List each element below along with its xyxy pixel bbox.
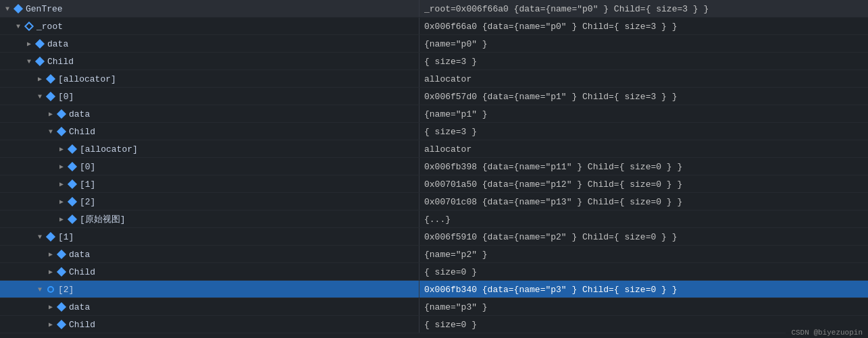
node-label: Child [69,320,95,330]
expand-btn[interactable] [35,74,45,84]
tree-container: GenTree_root=0x006f66a0 {data={name="p0"… [0,0,868,338]
name-col: [0] [0,162,419,172]
value-col: 0x00701a50 {data={name="p12" } Child={ s… [419,179,868,190]
expand-btn[interactable] [57,179,66,189]
node-icon [57,109,66,119]
column-divider [419,88,419,105]
expand-btn[interactable] [35,285,45,294]
column-divider [419,193,419,210]
node-label: [1] [80,179,95,190]
column-divider [419,263,419,281]
name-col: Child [0,57,419,67]
column-divider [419,316,419,333]
tree-row[interactable]: data{name="p3" } [0,298,868,316]
expand-btn[interactable] [46,250,55,259]
value-col: {...} [419,215,868,225]
tree-row[interactable]: [2]0x006fb340 {data={name="p3" } Child={… [0,281,868,298]
node-icon [46,232,55,242]
name-col: GenTree [0,4,419,14]
tree-row[interactable]: _root0x006f66a0 {data={name="p0" } Child… [0,18,868,35]
node-label: [0] [58,92,74,102]
node-icon [46,92,55,101]
tree-row[interactable]: [allocator]allocator [0,140,868,158]
node-label: data [69,302,90,312]
expand-btn[interactable] [46,127,55,136]
value-col: allocator [419,144,868,154]
name-col: [2] [0,197,419,207]
value-col: 0x006fb398 {data={name="p11" } Child={ s… [419,162,868,172]
column-divider [419,123,419,140]
value-col: allocator [419,74,868,84]
tree-row[interactable]: [原始视图]{...} [0,210,868,228]
name-col: [2] [0,285,419,295]
node-label: [2] [80,197,95,207]
expand-btn[interactable] [46,302,55,312]
tree-row[interactable]: data{name="p0" } [0,35,868,53]
node-icon [35,39,45,49]
column-divider [419,210,419,228]
name-col: Child [0,127,419,137]
value-col: _root=0x006f66a0 {data={name="p0" } Chil… [419,4,868,14]
name-col: Child [0,320,419,330]
value-col: { size=0 } [419,267,868,277]
value-col: 0x006f5910 {data={name="p2" } Child={ si… [419,232,868,242]
node-label: Child [69,127,95,137]
name-col: [allocator] [0,74,419,84]
tree-row[interactable]: [allocator]allocator [0,70,868,88]
expand-btn[interactable] [3,4,12,13]
name-col: data [0,39,419,49]
column-divider [419,53,419,70]
name-col: [原始视图] [0,213,419,225]
column-divider [419,281,419,298]
expand-btn[interactable] [46,109,55,119]
column-divider [419,158,419,175]
expand-btn[interactable] [24,39,34,49]
expand-btn[interactable] [57,197,66,206]
name-col: [1] [0,179,419,190]
expand-btn[interactable] [57,162,66,171]
column-divider [419,298,419,316]
column-divider [419,35,419,53]
tree-row[interactable]: [0]0x006fb398 {data={name="p11" } Child=… [0,158,868,175]
value-col: { size=3 } [419,127,868,137]
node-icon [68,197,77,206]
tree-row[interactable]: Child{ size=0 } [0,263,868,281]
tree-row[interactable]: GenTree_root=0x006f66a0 {data={name="p0"… [0,0,868,18]
tree-row[interactable]: data{name="p2" } [0,246,868,263]
name-col: _root [0,22,419,32]
node-icon [68,144,77,154]
tree-row[interactable]: Child{ size=0 } [0,316,868,333]
expand-btn[interactable] [35,232,45,242]
name-col: [1] [0,232,419,242]
tree-row[interactable]: [2]0x00701c08 {data={name="p13" } Child=… [0,193,868,210]
node-label: data [69,250,90,260]
tree-row[interactable]: [0]0x006f57d0 {data={name="p1" } Child={… [0,88,868,105]
node-label: _root [36,22,63,32]
node-label: [allocator] [80,144,138,154]
tree-row[interactable]: Child{ size=3 } [0,53,868,70]
expand-btn[interactable] [14,22,23,31]
value-col: 0x006f66a0 {data={name="p0" } Child={ si… [419,22,868,32]
node-icon [68,215,77,224]
expand-btn[interactable] [57,144,66,154]
node-icon [57,302,66,312]
expand-btn[interactable] [57,215,66,224]
node-label: data [69,109,90,119]
column-divider [419,246,419,263]
tree-row[interactable]: data{name="p1" } [0,105,868,123]
expand-btn[interactable] [24,57,34,66]
value-col: {name="p0" } [419,39,868,49]
node-label: data [47,39,68,49]
node-icon [57,267,66,277]
name-col: [0] [0,92,419,102]
value-col: 0x006fb340 {data={name="p3" } Child={ si… [419,285,868,295]
tree-row[interactable]: Child{ size=3 } [0,123,868,140]
tree-row[interactable]: [1]0x00701a50 {data={name="p12" } Child=… [0,175,868,193]
name-col: Child [0,267,419,277]
expand-btn[interactable] [46,267,55,277]
tree-row[interactable]: [1]0x006f5910 {data={name="p2" } Child={… [0,228,868,246]
node-label: Child [69,267,95,277]
expand-btn[interactable] [35,92,45,101]
node-icon [47,286,54,293]
expand-btn[interactable] [46,320,55,329]
